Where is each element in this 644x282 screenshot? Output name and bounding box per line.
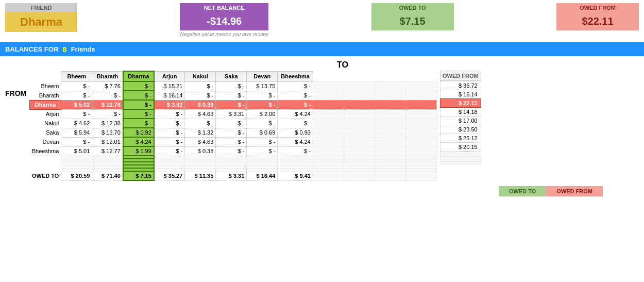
net-balance-value: -$14.96 [180, 12, 268, 30]
owed-from-value-Bheem: $ 36.72 [440, 81, 481, 90]
cell-Devan-Dharma: $ 4.24 [123, 137, 154, 146]
row-label-Bheem: Bheem [30, 81, 61, 91]
cell-Bharath-Bharath: $ - [92, 91, 123, 100]
balances-suffix: Friends [71, 45, 95, 53]
cell-Bheem-Dharma: $ - [123, 81, 154, 91]
table-row: Bharath$ -$ -$ -$ 16.14$ -$ -$ -$ - [30, 91, 437, 100]
cell-Dharma-Devan: $ - [247, 100, 278, 109]
legend-owed-to: OWED TO [499, 186, 546, 196]
balances-prefix: BALANCES FOR [5, 45, 58, 53]
owed-to-cell-Arjun: $ 35.27 [154, 171, 185, 180]
cell-Bheeshma-Devan: $ - [247, 146, 278, 156]
col-header-empty-8 [313, 71, 344, 81]
cell-Nakul-Bharath: $ 12.38 [92, 119, 123, 128]
owed-from-row: $ 22.11 [440, 99, 481, 108]
col-header-Devan: Devan [247, 71, 278, 81]
cell-Arjun-Dharma: $ - [123, 109, 154, 119]
net-balance-note: Negative value means you owe money [180, 31, 268, 37]
cell-Saka-Bheem: $ 5.94 [61, 128, 92, 137]
cell-Devan-Saka: $ - [216, 137, 247, 146]
owed-to-cell-Bheem: $ 20.59 [61, 171, 92, 180]
cell-Bheem-9 [344, 81, 375, 91]
cell-Bheem-Bheeshma: $ - [278, 81, 313, 91]
col-header-empty-9 [344, 71, 375, 81]
cell-Bheeshma-10 [375, 146, 405, 156]
cell-Saka-Nakul: $ 1.32 [185, 128, 216, 137]
cell-Bharath-10 [375, 91, 405, 100]
cell-Devan-Arjun: $ - [154, 137, 185, 146]
cell-Bheem-Saka: $ - [216, 81, 247, 91]
owed-from-value-Dharma: $ 22.11 [440, 99, 481, 108]
cell-Devan-8 [313, 137, 344, 146]
cell-Saka-Bharath: $ 13.70 [92, 128, 123, 137]
cell-Dharma-Bharath: $ 12.78 [92, 100, 123, 109]
cell-Saka-8 [313, 128, 344, 137]
row-label-Devan: Devan [30, 137, 61, 146]
to-label: TO [46, 60, 639, 70]
owed-from-value-Bheeshma: $ 20.15 [440, 143, 481, 152]
cell-Bheeshma-Saka: $ - [216, 146, 247, 156]
cell-Bheeshma-Nakul: $ 0.38 [185, 146, 216, 156]
cell-Nakul-Bheeshma: $ - [278, 119, 313, 128]
table-row: Arjun$ -$ -$ -$ -$ 4.63$ 3.31$ 2.00$ 4.2… [30, 109, 437, 119]
cell-Bheeshma-8 [313, 146, 344, 156]
col-header-Bheem: Bheem [61, 71, 92, 81]
col-header-Arjun: Arjun [154, 71, 185, 81]
cell-Bheeshma-Dharma: $ 1.99 [123, 146, 154, 156]
owed-to-cell-Bharath: $ 71.40 [92, 171, 123, 180]
friend-value: Dharma [5, 12, 77, 32]
bottom-legend: OWED TO OWED FROM [0, 186, 644, 196]
cell-Devan-11 [405, 137, 436, 146]
table-row: Dharma$ 5.02$ 12.78$ -$ 3.92$ 0.39$ -$ -… [30, 100, 437, 109]
row-label-Bharath: Bharath [30, 91, 61, 100]
owed-from-value-Arjun: $ 14.18 [440, 108, 481, 117]
col-header-Saka: Saka [216, 71, 247, 81]
owed-to-cell-Dharma: $ 7.15 [123, 171, 154, 180]
cell-Bharath-11 [405, 91, 436, 100]
cell-Bheeshma-Bharath: $ 12.77 [92, 146, 123, 156]
cell-Arjun-Nakul: $ 4.63 [185, 109, 216, 119]
cell-Saka-Arjun: $ - [154, 128, 185, 137]
cell-Dharma-Bheeshma: $ - [278, 100, 313, 109]
owed-from-empty-row [440, 162, 481, 164]
cell-Saka-10 [375, 128, 405, 137]
cell-Devan-10 [375, 137, 405, 146]
cell-Devan-Bheeshma: $ 4.24 [278, 137, 313, 146]
cell-Bharath-9 [344, 91, 375, 100]
legend-owed-from: OWED FROM [546, 186, 603, 196]
net-balance-label: NET BALANCE [180, 3, 268, 12]
cell-Arjun-11 [405, 109, 436, 119]
table-row: Bheeshma$ 5.01$ 12.77$ 1.99$ -$ 0.38$ -$… [30, 146, 437, 156]
table-row: Saka$ 5.94$ 13.70$ 0.92$ -$ 1.32$ -$ 0.6… [30, 128, 437, 137]
owed-from-value-Bharath: $ 16.14 [440, 90, 481, 99]
cell-Bharath-Bheeshma: $ - [278, 91, 313, 100]
owed-to-cell-11 [405, 171, 436, 180]
cell-Arjun-Bheem: $ - [61, 109, 92, 119]
cell-Bharath-Dharma: $ - [123, 91, 154, 100]
cell-Dharma-Bheem: $ 5.02 [61, 100, 92, 109]
owed-to-cell-10 [375, 171, 405, 180]
owed-to-value: $7.15 [371, 12, 454, 30]
owed-from-row: $ 20.15 [440, 143, 481, 152]
cell-Arjun-Bheeshma: $ 4.24 [278, 109, 313, 119]
owed-from-row: $ 16.14 [440, 90, 481, 99]
cell-Devan-Bharath: $ 12.01 [92, 137, 123, 146]
cell-Nakul-Saka: $ - [216, 119, 247, 128]
owed-to-row: OWED TO$ 20.59$ 71.40$ 7.15$ 35.27$ 11.3… [30, 171, 437, 180]
owed-from-value-Devan: $ 25.12 [440, 134, 481, 143]
cell-Bheeshma-11 [405, 146, 436, 156]
owed-from-row: $ 23.50 [440, 125, 481, 134]
col-header-empty-11 [405, 71, 436, 81]
friend-label: FRIEND [5, 3, 77, 12]
cell-Bheem-10 [375, 81, 405, 91]
cell-Bheeshma-Bheem: $ 5.01 [61, 146, 92, 156]
cell-Nakul-Bheem: $ 4.62 [61, 119, 92, 128]
owed-from-value: $22.11 [556, 12, 639, 30]
col-header-Bharath: Bharath [92, 71, 123, 81]
cell-Dharma-Saka: $ - [216, 100, 247, 109]
owed-to-cell-Devan: $ 16.44 [247, 171, 278, 180]
owed-to-cell-Nakul: $ 11.35 [185, 171, 216, 180]
owed-from-panel: $ 36.72$ 16.14$ 22.11$ 14.18$ 17.00$ 23.… [440, 81, 481, 164]
balances-bar: BALANCES FOR 8 Friends [0, 42, 644, 56]
cell-Arjun-Arjun: $ - [154, 109, 185, 119]
